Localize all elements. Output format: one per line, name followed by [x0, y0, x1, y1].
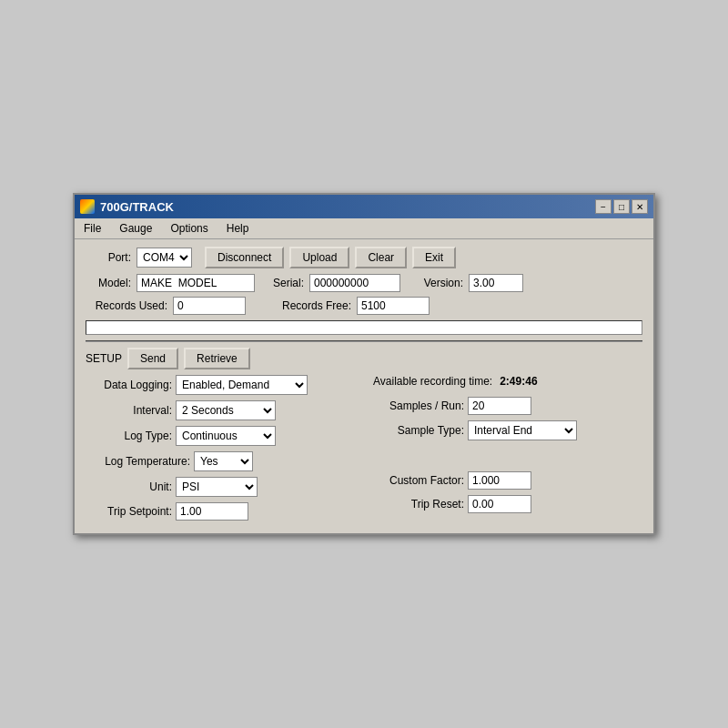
- setup-label: SETUP: [86, 352, 122, 365]
- upload-button[interactable]: Upload: [289, 247, 349, 268]
- records-free-input[interactable]: [357, 297, 430, 315]
- exit-button[interactable]: Exit: [412, 247, 456, 268]
- trip-setpoint-row: Trip Setpoint:: [86, 502, 355, 521]
- unit-label: Unit:: [86, 480, 172, 493]
- menu-help[interactable]: Help: [221, 220, 255, 237]
- trip-reset-input[interactable]: [468, 495, 531, 513]
- setup-section-row: SETUP Send Retrieve: [86, 348, 642, 369]
- titlebar-left: 700G/TRACK: [80, 199, 174, 214]
- log-type-select[interactable]: Continuous Single Shot: [176, 426, 276, 446]
- log-type-label: Log Type:: [86, 430, 172, 442]
- log-temp-label: Log Temperature:: [86, 455, 190, 468]
- records-free-label: Records Free:: [269, 299, 351, 312]
- model-input[interactable]: [136, 274, 255, 292]
- trip-setpoint-input[interactable]: [176, 502, 248, 521]
- serial-label: Serial:: [268, 277, 304, 289]
- clear-button[interactable]: Clear: [355, 247, 407, 268]
- app-icon: [80, 199, 95, 214]
- menubar: File Gauge Options Help: [75, 218, 653, 239]
- version-input[interactable]: [469, 274, 523, 292]
- main-window: 700G/TRACK − □ ✕ File Gauge Options Help…: [73, 193, 655, 535]
- port-label: Port:: [86, 251, 131, 264]
- menu-options[interactable]: Options: [165, 220, 213, 237]
- interval-select[interactable]: 1 Second 2 Seconds 5 Seconds 10 Seconds …: [176, 400, 276, 420]
- separator: [86, 340, 642, 342]
- retrieve-button[interactable]: Retrieve: [184, 348, 250, 369]
- sample-type-select[interactable]: Interval End Average Min Max: [468, 420, 577, 440]
- content-area: Port: COM4 COM1 COM2 COM3 Disconnect Upl…: [75, 239, 653, 533]
- titlebar: 700G/TRACK − □ ✕: [75, 195, 653, 218]
- setup-columns: Data Logging: Enabled, Demand Enabled, C…: [86, 375, 642, 526]
- model-row: Model: Serial: Version:: [86, 274, 642, 292]
- data-logging-select[interactable]: Enabled, Demand Enabled, Continuous Disa…: [176, 375, 308, 395]
- menu-file[interactable]: File: [78, 220, 106, 237]
- spacer-row: [373, 446, 642, 466]
- data-logging-label: Data Logging:: [86, 379, 172, 391]
- samples-run-row: Samples / Run:: [373, 397, 642, 415]
- window-title: 700G/TRACK: [100, 200, 174, 214]
- setup-right-col: Available recording time: 2:49:46 Sample…: [373, 375, 642, 526]
- version-label: Version:: [413, 277, 463, 289]
- serial-input[interactable]: [309, 274, 400, 292]
- avail-time-value: 2:49:46: [500, 375, 537, 388]
- menu-gauge[interactable]: Gauge: [114, 220, 157, 237]
- data-logging-row: Data Logging: Enabled, Demand Enabled, C…: [86, 375, 355, 395]
- sample-type-row: Sample Type: Interval End Average Min Ma…: [373, 420, 642, 440]
- records-row: Records Used: Records Free:: [86, 297, 642, 315]
- log-temp-select[interactable]: Yes No: [194, 451, 253, 471]
- unit-select[interactable]: PSI BAR kPa Custom: [176, 477, 258, 497]
- close-button[interactable]: ✕: [632, 199, 648, 214]
- interval-label: Interval:: [86, 404, 172, 417]
- trip-reset-label: Trip Reset:: [373, 498, 464, 511]
- minimize-button[interactable]: −: [595, 199, 612, 214]
- sample-type-label: Sample Type:: [373, 424, 464, 437]
- avail-time-label: Available recording time:: [373, 375, 492, 388]
- send-button[interactable]: Send: [127, 348, 178, 369]
- trip-setpoint-label: Trip Setpoint:: [86, 505, 172, 518]
- custom-factor-row: Custom Factor:: [373, 471, 642, 490]
- model-label: Model:: [86, 277, 131, 289]
- titlebar-controls: − □ ✕: [595, 199, 648, 214]
- samples-run-input[interactable]: [468, 397, 531, 415]
- maximize-button[interactable]: □: [613, 199, 630, 214]
- port-row: Port: COM4 COM1 COM2 COM3 Disconnect Upl…: [86, 247, 642, 268]
- log-type-row: Log Type: Continuous Single Shot: [86, 426, 355, 446]
- interval-row: Interval: 1 Second 2 Seconds 5 Seconds 1…: [86, 400, 355, 420]
- records-used-label: Records Used:: [86, 299, 167, 312]
- custom-factor-label: Custom Factor:: [373, 474, 464, 487]
- unit-row: Unit: PSI BAR kPa Custom: [86, 477, 355, 497]
- setup-left-col: Data Logging: Enabled, Demand Enabled, C…: [86, 375, 355, 526]
- log-temp-row: Log Temperature: Yes No: [86, 451, 355, 471]
- samples-run-label: Samples / Run:: [373, 399, 464, 412]
- port-select-wrapper: COM4 COM1 COM2 COM3: [136, 248, 192, 268]
- records-used-input[interactable]: [173, 297, 246, 315]
- progress-bar: [86, 320, 642, 335]
- disconnect-button[interactable]: Disconnect: [205, 247, 284, 268]
- avail-time-row: Available recording time: 2:49:46: [373, 375, 642, 388]
- trip-reset-row: Trip Reset:: [373, 495, 642, 513]
- custom-factor-input[interactable]: [468, 471, 531, 490]
- port-select[interactable]: COM4 COM1 COM2 COM3: [136, 248, 192, 268]
